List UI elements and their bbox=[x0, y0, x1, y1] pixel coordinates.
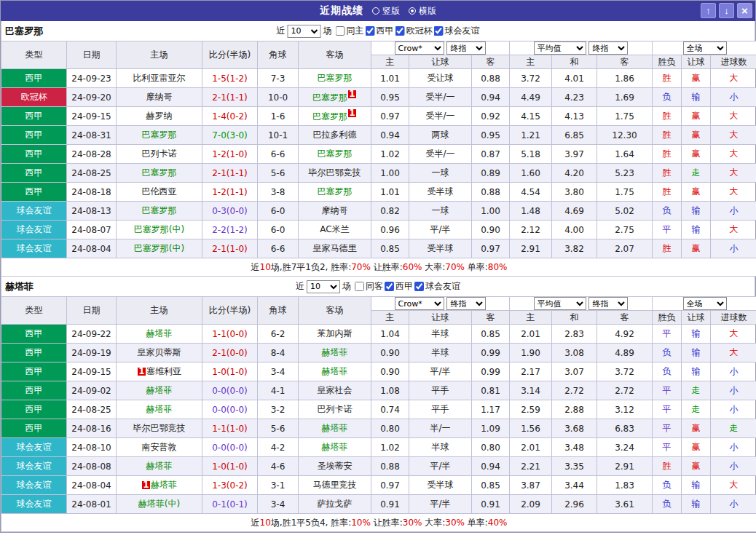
away-team-cell: 巴列卡诺 bbox=[299, 400, 371, 419]
odds-stage-select[interactable]: 终指 bbox=[446, 297, 486, 310]
move-down-button[interactable]: ↓ bbox=[719, 3, 734, 18]
odds-cell: 2.59 bbox=[510, 400, 552, 419]
average-select[interactable]: 平均值 bbox=[534, 297, 586, 310]
odds-cell: 3.82 bbox=[552, 239, 597, 258]
home-team-cell: 赫塔菲 bbox=[117, 381, 202, 400]
away-team-cell: 赫塔菲 bbox=[299, 419, 371, 438]
odds-cell: 1.01 bbox=[371, 69, 409, 88]
filter-checkbox-西甲[interactable]: 西甲 bbox=[385, 280, 413, 293]
red-card-badge: 1 bbox=[348, 90, 356, 98]
odds-stage-select[interactable]: 终指 bbox=[446, 41, 486, 55]
radio-horizontal-layout[interactable]: 横版 bbox=[409, 5, 436, 17]
score-cell: 0-0(0-0) bbox=[202, 400, 258, 419]
radio-vertical-layout[interactable]: 竖版 bbox=[372, 5, 400, 17]
avg-stage-select[interactable]: 终指 bbox=[588, 297, 628, 310]
checkbox-球会友谊[interactable] bbox=[414, 282, 424, 291]
home-team-name: 皇家贝蒂斯 bbox=[138, 347, 181, 357]
odds-cell: 4.15 bbox=[510, 107, 552, 126]
match-count-select[interactable]: 10 bbox=[288, 25, 321, 38]
odds-cell: 2.96 bbox=[552, 495, 597, 514]
goals-result-cell: 大 bbox=[711, 221, 756, 239]
radio-horizontal-label: 横版 bbox=[419, 5, 436, 17]
away-team-name: 赫塔菲 bbox=[322, 366, 348, 376]
score-cell: 1-1(0-0) bbox=[202, 325, 258, 344]
date-cell: 24-08-25 bbox=[67, 400, 117, 419]
average-select[interactable]: 平均值 bbox=[534, 41, 586, 55]
home-team-name: 巴伦西亚 bbox=[142, 186, 177, 197]
handicap-result-cell: 输 bbox=[682, 88, 711, 107]
corner-cell: 5-6 bbox=[258, 164, 299, 183]
sections-container: 巴塞罗那 近 10 场 同主西甲欧冠杯球会友谊 类型 日期 主场 bbox=[1, 21, 755, 532]
filter-checkbox-西甲[interactable]: 西甲 bbox=[366, 25, 394, 37]
odds-cell: 1.00 bbox=[371, 164, 409, 183]
filter-checkbox-欧冠杯[interactable]: 欧冠杯 bbox=[395, 25, 433, 37]
odds-cell: 受半球 bbox=[409, 476, 472, 495]
filter-checkbox-同主[interactable]: 同主 bbox=[336, 25, 364, 37]
odds-cell: 1.83 bbox=[597, 476, 653, 495]
window-controls: ↑ ↓ × bbox=[701, 3, 752, 18]
handicap-result-cell: 输 bbox=[682, 221, 711, 239]
match-count-select[interactable]: 10 bbox=[307, 280, 340, 293]
odds-cell: 3.08 bbox=[552, 344, 597, 362]
date-cell: 24-09-15 bbox=[67, 107, 117, 126]
match-rows: 西甲24-09-22赫塔菲1-1(0-0)6-2莱加内斯1.04半球0.852.… bbox=[1, 325, 756, 514]
home-team-cell: 比利亚雷亚尔 bbox=[117, 69, 202, 88]
close-button[interactable]: × bbox=[737, 3, 752, 18]
filter-checkbox-同客[interactable]: 同客 bbox=[355, 280, 383, 293]
games-label: 场 bbox=[323, 25, 332, 37]
near-label: 近 bbox=[277, 25, 286, 37]
home-team-cell: 赫塔菲 bbox=[117, 457, 202, 476]
score-cell: 7-0(3-0) bbox=[202, 126, 258, 145]
filter-checkbox-球会友谊[interactable]: 球会友谊 bbox=[434, 25, 480, 37]
odds-cell: 1.08 bbox=[371, 381, 409, 400]
date-cell: 24-08-31 bbox=[67, 126, 117, 145]
header-handicap-result: 让球 bbox=[682, 55, 711, 69]
away-team-cell: 赫塔菲 bbox=[299, 344, 371, 362]
league-type-cell: 球会友谊 bbox=[1, 476, 67, 495]
result-cell: 负 bbox=[653, 476, 682, 495]
league-type-cell: 西甲 bbox=[1, 400, 67, 419]
filter-checkbox-球会友谊[interactable]: 球会友谊 bbox=[414, 280, 460, 293]
odds-cell: 受半/一 bbox=[409, 107, 472, 126]
scope-dropdown-cell: 全场 bbox=[653, 297, 756, 311]
checkbox-球会友谊[interactable] bbox=[434, 26, 444, 36]
odds-cell: 5.18 bbox=[510, 145, 552, 164]
avg-stage-select[interactable]: 终指 bbox=[588, 41, 628, 55]
odds-cell: 4.54 bbox=[510, 183, 552, 202]
odds-cell: 0.80 bbox=[371, 419, 409, 438]
scope-select[interactable]: 全场 bbox=[683, 297, 727, 310]
down-arrow-icon: ↓ bbox=[724, 5, 729, 16]
move-up-button[interactable]: ↑ bbox=[701, 3, 716, 18]
checkbox-西甲[interactable] bbox=[385, 282, 394, 291]
away-team-name: 巴塞罗那 bbox=[318, 148, 353, 159]
home-team-name: 赫罗纳 bbox=[146, 111, 173, 121]
checkbox-欧冠杯[interactable] bbox=[395, 26, 405, 36]
header-home: 主场 bbox=[117, 297, 202, 325]
odds-cell: 3.12 bbox=[597, 400, 653, 419]
corner-cell: 1-6 bbox=[258, 107, 299, 126]
corner-cell: 8-4 bbox=[258, 344, 299, 362]
result-cell: 负 bbox=[653, 88, 682, 107]
bookmaker-select[interactable]: Crow* bbox=[395, 41, 444, 55]
checkbox-西甲[interactable] bbox=[366, 26, 375, 36]
odds-cell: 0.94 bbox=[371, 126, 409, 145]
summary-segment: 10 bbox=[260, 262, 271, 272]
date-cell: 24-08-04 bbox=[67, 476, 117, 495]
odds-cell: 3.72 bbox=[510, 69, 552, 88]
handicap-result-cell: 赢 bbox=[682, 239, 711, 258]
bookmaker-select[interactable]: Crow* bbox=[395, 297, 444, 310]
odds-cell: 两球 bbox=[409, 126, 472, 145]
home-team-name: 巴塞罗那(中) bbox=[134, 224, 184, 234]
header-avg-home: 主 bbox=[510, 55, 552, 69]
checkbox-同客[interactable] bbox=[355, 282, 364, 291]
near-label: 近 bbox=[296, 280, 304, 293]
odds-cell: 3.87 bbox=[510, 476, 552, 495]
result-cell: 胜 bbox=[653, 183, 682, 202]
checkbox-同主[interactable] bbox=[336, 26, 345, 36]
home-team-cell: 赫罗纳 bbox=[117, 107, 202, 126]
home-team-name: 赫塔菲 bbox=[151, 480, 177, 490]
goals-result-cell: 大 bbox=[711, 107, 756, 126]
away-team-cell: 巴拉多利德 bbox=[299, 126, 371, 145]
scope-select[interactable]: 全场 bbox=[683, 41, 727, 55]
away-team-cell: 萨拉戈萨 bbox=[299, 495, 371, 514]
